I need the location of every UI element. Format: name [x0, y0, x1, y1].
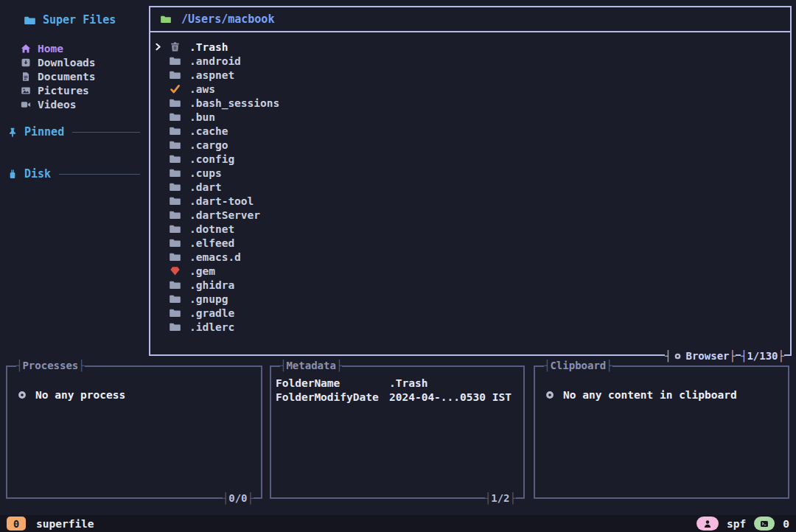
folder-icon	[170, 139, 181, 150]
folder-icon	[170, 55, 181, 66]
panel-mode-label: ┤ Browser ├	[665, 350, 736, 363]
file-row[interactable]: .cache	[150, 124, 790, 138]
processes-title-text: Processes	[22, 360, 78, 372]
file-row[interactable]: .gem	[150, 264, 790, 278]
file-name: .Trash	[189, 41, 228, 53]
app-title: Super Files	[24, 13, 116, 27]
file-row[interactable]: .cups	[150, 166, 790, 180]
file-row[interactable]: .cargo	[150, 138, 790, 152]
processes-panel-title: ┤ Processes ├	[16, 360, 85, 372]
file-row[interactable]: .gnupg	[150, 292, 790, 306]
aws-icon	[170, 83, 181, 94]
file-name: .config	[189, 153, 234, 165]
file-name: .cups	[189, 167, 222, 179]
terminal-icon	[760, 519, 769, 528]
sidebar-item-home[interactable]: Home	[21, 41, 143, 55]
section-divider	[72, 132, 140, 133]
usb-icon	[7, 169, 18, 180]
clipboard-empty-text: No any content in clipboard	[563, 389, 737, 401]
metadata-rows: FolderName.TrashFolderModifyDate2024-04-…	[271, 367, 523, 404]
file-row[interactable]: .emacs.d	[150, 250, 790, 264]
metadata-title-text: Metadata	[286, 360, 335, 372]
sidebar-item-label: Home	[38, 43, 63, 55]
file-row[interactable]: .Trash	[150, 40, 790, 54]
dot-icon	[17, 390, 27, 400]
picture-icon	[21, 85, 31, 96]
document-icon	[21, 71, 31, 82]
file-name: .ghidra	[189, 279, 234, 291]
user-badge	[696, 517, 719, 531]
file-row[interactable]: .aws	[150, 82, 790, 96]
border-tick: ┤	[223, 492, 228, 505]
file-name: .gnupg	[189, 293, 228, 305]
file-row[interactable]: .ghidra	[150, 278, 790, 292]
border-tick: ┤	[741, 350, 747, 363]
file-name: .bun	[189, 111, 215, 123]
clipboard-panel: ┤ Clipboard ├ No any content in clipboar…	[534, 365, 789, 499]
sidebar-section-disk: Disk	[7, 167, 140, 181]
folder-icon	[170, 237, 181, 248]
file-counter: ┤ 1/130 ├	[741, 350, 784, 363]
metadata-key: FolderModifyDate	[276, 391, 389, 403]
processes-counter-text: 0/0	[228, 492, 247, 505]
border-tick: ├	[78, 360, 84, 372]
folder-open-icon	[161, 14, 171, 24]
border-tick: ├	[510, 492, 516, 505]
file-name: .elfeed	[189, 237, 234, 249]
file-row[interactable]: .dartServer	[150, 208, 790, 222]
folder-icon	[170, 69, 181, 80]
selection-cursor-icon	[154, 41, 170, 52]
file-row[interactable]: .dart-tool	[150, 194, 790, 208]
file-row[interactable]: .idlerc	[150, 320, 790, 334]
sidebar-section-pinned: Pinned	[7, 125, 140, 139]
file-row[interactable]: .dotnet	[150, 222, 790, 236]
folder-icon	[170, 293, 181, 304]
file-row[interactable]: .config	[150, 152, 790, 166]
border-tick: ┤	[16, 360, 22, 372]
folder-icon	[170, 111, 181, 122]
file-row[interactable]: .elfeed	[150, 236, 790, 250]
file-row[interactable]: .aspnet	[150, 68, 790, 82]
superfile-app: Super Files HomeDownloadsDocumentsPictur…	[0, 0, 796, 532]
selection-cursor-icon	[154, 321, 170, 332]
file-row[interactable]: .gradle	[150, 306, 790, 320]
file-name: .emacs.d	[189, 251, 241, 263]
selection-cursor-icon	[154, 55, 170, 66]
disk-section-label: Disk	[24, 167, 51, 181]
folder-icon	[170, 251, 181, 262]
sidebar-item-downloads[interactable]: Downloads	[21, 55, 143, 69]
sidebar-item-label: Downloads	[38, 57, 96, 69]
folder-icon	[170, 307, 181, 318]
border-tick: ├	[336, 360, 342, 372]
current-path: /Users/macbook	[181, 13, 274, 26]
metadata-panel: ┤ Metadata ├ FolderName.TrashFolderModif…	[270, 365, 525, 499]
selection-cursor-icon	[154, 251, 170, 262]
file-row[interactable]: .bash_sessions	[150, 96, 790, 110]
file-name: .dart-tool	[189, 195, 254, 207]
sidebar-item-pictures[interactable]: Pictures	[21, 83, 143, 97]
folder-icon	[170, 167, 181, 178]
file-name: .gradle	[189, 307, 234, 319]
file-name: .cache	[189, 125, 228, 137]
selection-cursor-icon	[154, 139, 170, 150]
sidebar-item-label: Videos	[38, 99, 76, 111]
sidebar-item-documents[interactable]: Documents	[21, 69, 143, 83]
path-bar[interactable]: /Users/macbook	[150, 7, 790, 32]
browser-panel-footer: ┤ Browser ├ ┤ 1/130 ├	[665, 350, 784, 363]
metadata-value: .Trash	[389, 377, 517, 389]
selection-cursor-icon	[154, 181, 170, 192]
app-title-label: Super Files	[43, 13, 116, 27]
file-row[interactable]: .dart	[150, 180, 790, 194]
selection-cursor-icon	[154, 265, 170, 276]
status-bar: 0 superfile spf 0	[0, 515, 796, 532]
file-browser-panel: /Users/macbook .Trash.android.aspnet.aws…	[149, 6, 792, 356]
file-row[interactable]: .bun	[150, 110, 790, 124]
file-name: .idlerc	[189, 321, 234, 333]
status-bar-left: 0 superfile	[7, 517, 94, 531]
file-row[interactable]: .android	[150, 54, 790, 68]
border-tick: ├	[730, 350, 736, 363]
sidebar-item-videos[interactable]: Videos	[21, 97, 143, 111]
selection-cursor-icon	[154, 97, 170, 108]
file-name: .dotnet	[189, 223, 234, 235]
file-name: .gem	[189, 265, 215, 277]
